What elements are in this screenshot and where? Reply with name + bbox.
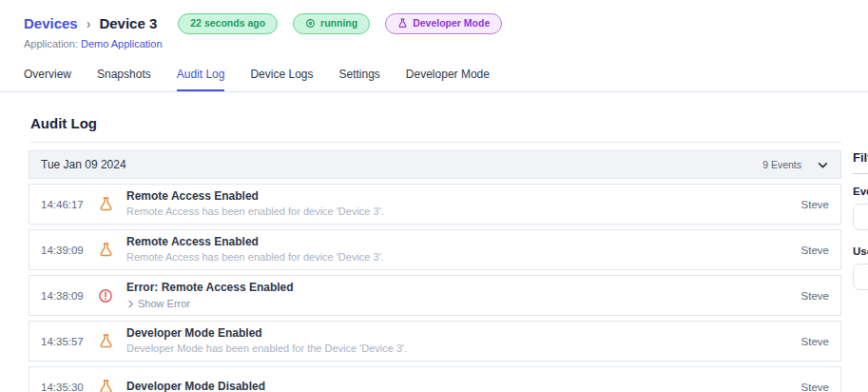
audit-event-row: 14:35:57 Developer Mode Enabled Develope… xyxy=(29,321,841,362)
event-title: Developer Mode Disabled xyxy=(126,380,801,392)
last-seen-badge: 22 seconds ago xyxy=(178,13,278,34)
tab-overview[interactable]: Overview xyxy=(24,61,71,91)
audit-event-row: 14:46:17 Remote Access Enabled Remote Ac… xyxy=(29,184,841,225)
event-title: Remote Access Enabled xyxy=(126,235,801,249)
audit-event-row: 14:39:09 Remote Access Enabled Remote Ac… xyxy=(29,229,841,270)
breadcrumb-devices-link[interactable]: Devices xyxy=(24,15,78,31)
tab-audit-log[interactable]: Audit Log xyxy=(177,61,225,91)
audit-event-row: 14:35:30 Developer Mode Disabled Steve xyxy=(29,366,841,392)
breadcrumb-separator: › xyxy=(86,16,92,31)
chevron-down-icon[interactable] xyxy=(817,159,829,171)
developer-mode-badge: Developer Mode xyxy=(385,13,502,34)
section-divider xyxy=(30,142,841,143)
tab-settings[interactable]: Settings xyxy=(339,61,380,91)
event-title: Error: Remote Access Enabled xyxy=(126,281,801,295)
breadcrumb-current-device: Device 3 xyxy=(99,15,157,31)
filter-user-input[interactable] xyxy=(853,264,868,290)
status-label: running xyxy=(320,17,357,30)
flask-icon xyxy=(98,196,126,212)
tab-snapshots[interactable]: Snapshots xyxy=(97,61,151,91)
group-header-right: 9 Events xyxy=(762,159,829,171)
event-title: Remote Access Enabled xyxy=(126,189,801,204)
filter-user-label: User xyxy=(853,245,868,257)
events-count: 9 Events xyxy=(762,159,801,170)
event-time: 14:35:30 xyxy=(41,382,98,392)
audit-event-row-error: 14:38:09 Error: Remote Access Enabled Sh… xyxy=(29,275,841,316)
event-user: Steve xyxy=(801,290,829,302)
last-seen-label: 22 seconds ago xyxy=(190,17,265,30)
application-line: Application: Demo Application xyxy=(24,38,163,49)
date-group-header[interactable]: Tue Jan 09 2024 9 Events xyxy=(29,150,841,179)
event-body: Error: Remote Access Enabled Show Error xyxy=(126,280,801,312)
event-time: 14:46:17 xyxy=(41,199,98,210)
event-body: Developer Mode Enabled Developer Mode ha… xyxy=(126,325,801,356)
flask-icon xyxy=(98,379,126,392)
application-label: Application: xyxy=(24,38,78,49)
event-description: Remote Access has been enabled for devic… xyxy=(126,205,801,219)
error-icon xyxy=(98,288,126,304)
event-body: Remote Access Enabled Remote Access has … xyxy=(126,188,801,219)
flask-icon xyxy=(98,333,126,349)
page-title: Audit Log xyxy=(30,115,97,131)
filter-events-input[interactable] xyxy=(853,204,868,230)
event-description: Developer Mode has been enabled for the … xyxy=(126,342,801,356)
event-user: Steve xyxy=(801,336,829,347)
chevron-right-icon xyxy=(126,300,135,308)
event-user: Steve xyxy=(801,199,829,210)
event-time: 14:39:09 xyxy=(41,245,98,256)
application-link[interactable]: Demo Application xyxy=(81,38,163,49)
filter-divider xyxy=(853,173,868,174)
event-user: Steve xyxy=(801,245,829,256)
tab-device-logs[interactable]: Device Logs xyxy=(250,61,313,91)
flask-icon xyxy=(98,242,126,258)
event-time: 14:35:57 xyxy=(41,336,98,347)
event-body: Developer Mode Disabled xyxy=(126,379,801,392)
filter-panel-title: Filter xyxy=(853,150,868,165)
tab-developer-mode[interactable]: Developer Mode xyxy=(406,61,490,91)
developer-mode-label: Developer Mode xyxy=(413,17,490,30)
event-body: Remote Access Enabled Remote Access has … xyxy=(126,234,801,265)
breadcrumb: Devices › Device 3 22 seconds ago runnin… xyxy=(24,13,502,34)
status-running-icon xyxy=(305,18,316,29)
event-title: Developer Mode Enabled xyxy=(126,326,801,341)
status-badges: 22 seconds ago running Developer Mode xyxy=(178,13,502,34)
audit-log-list: Tue Jan 09 2024 9 Events 14:46:17 Remote… xyxy=(29,150,841,392)
event-user: Steve xyxy=(801,382,829,392)
filter-panel: Filter Events User xyxy=(853,150,868,290)
device-detail-page: Devices › Device 3 22 seconds ago runnin… xyxy=(0,0,868,392)
event-description: Remote Access has been enabled for devic… xyxy=(126,250,801,265)
device-tabs: Overview Snapshots Audit Log Device Logs… xyxy=(0,61,868,92)
group-date: Tue Jan 09 2024 xyxy=(41,158,126,171)
flask-icon xyxy=(397,18,408,29)
event-time: 14:38:09 xyxy=(41,290,98,302)
show-error-toggle[interactable]: Show Error xyxy=(126,298,190,309)
running-status-badge: running xyxy=(293,13,370,34)
filter-events-label: Events xyxy=(853,186,868,197)
show-error-label: Show Error xyxy=(138,298,190,309)
